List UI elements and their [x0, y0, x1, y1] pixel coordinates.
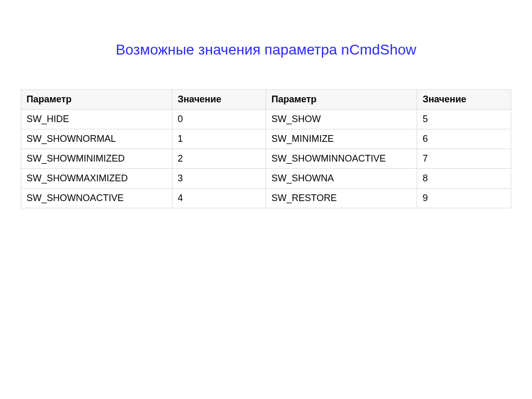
cell-param: SW_SHOWMAXIMIZED	[21, 169, 172, 189]
cell-value: 7	[417, 149, 511, 169]
ncmdshow-table: Параметр Значение Параметр Значение SW_H…	[21, 89, 511, 208]
cell-param: SW_SHOWMINIMIZED	[21, 149, 172, 169]
cell-param: SW_MINIMIZE	[266, 129, 417, 149]
table-header-row: Параметр Значение Параметр Значение	[21, 90, 511, 110]
document-page: Возможные значения параметра nCmdShow Па…	[0, 0, 532, 208]
cell-value: 9	[417, 189, 511, 208]
table-row: SW_SHOWNOACTIVE 4 SW_RESTORE 9	[21, 189, 511, 208]
header-value-2: Значение	[417, 90, 511, 110]
table-row: SW_SHOWMAXIMIZED 3 SW_SHOWNA 8	[21, 169, 511, 189]
cell-value: 8	[417, 169, 511, 189]
cell-param: SW_SHOWNOACTIVE	[21, 189, 172, 208]
cell-value: 6	[417, 129, 511, 149]
table-row: SW_HIDE 0 SW_SHOW 5	[21, 110, 511, 129]
page-title: Возможные значения параметра nCmdShow	[21, 42, 511, 58]
cell-param: SW_RESTORE	[266, 189, 417, 208]
cell-value: 2	[172, 149, 266, 169]
cell-param: SW_SHOWNORMAL	[21, 129, 172, 149]
cell-value: 1	[172, 129, 266, 149]
header-param-2: Параметр	[266, 90, 417, 110]
cell-param: SW_SHOWMINNOACTIVE	[266, 149, 417, 169]
cell-param: SW_HIDE	[21, 110, 172, 129]
header-value-1: Значение	[172, 90, 266, 110]
header-param-1: Параметр	[21, 90, 172, 110]
table-row: SW_SHOWNORMAL 1 SW_MINIMIZE 6	[21, 129, 511, 149]
cell-value: 5	[417, 110, 511, 129]
table-row: SW_SHOWMINIMIZED 2 SW_SHOWMINNOACTIVE 7	[21, 149, 511, 169]
cell-value: 0	[172, 110, 266, 129]
cell-value: 4	[172, 189, 266, 208]
cell-param: SW_SHOWNA	[266, 169, 417, 189]
cell-param: SW_SHOW	[266, 110, 417, 129]
cell-value: 3	[172, 169, 266, 189]
